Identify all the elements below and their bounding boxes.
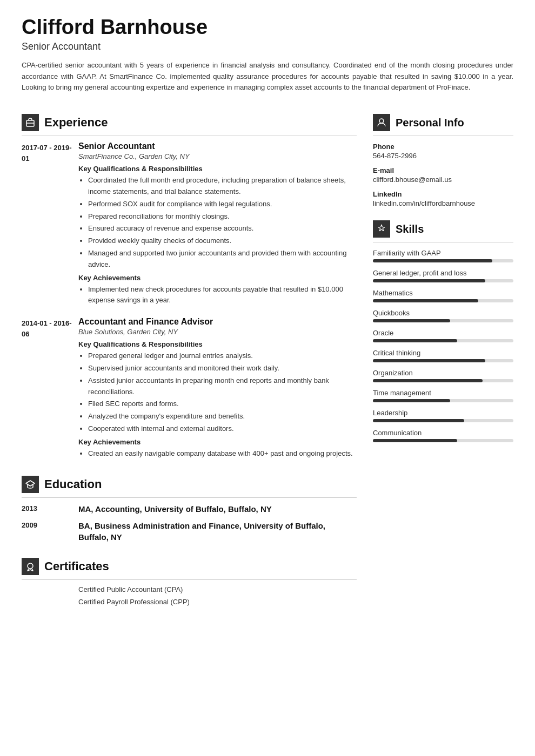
exp-content-1: Senior Accountant SmartFinance Co., Gard…	[78, 141, 357, 307]
skill-bar-bg-6	[373, 379, 513, 382]
candidate-title: Senior Accountant	[22, 41, 513, 52]
education-section-header: Education	[22, 476, 357, 498]
resume-header: Clifford Barnhouse Senior Accountant CPA…	[22, 16, 513, 93]
info-email: E-mail clifford.bhouse@email.us	[373, 166, 513, 184]
exp-qual-heading-1: Key Qualifications & Responsibilities	[78, 165, 357, 173]
skill-bar-bg-4	[373, 339, 513, 342]
skill-item-8: Leadership	[373, 409, 513, 422]
info-email-label: E-mail	[373, 166, 513, 174]
skill-bar-fill-7	[373, 399, 450, 402]
certificates-icon	[22, 558, 39, 575]
certificate-text-1: Certified Public Accountant (CPA)	[78, 585, 357, 593]
exp-dates-2: 2014-01 - 2016-06	[22, 317, 78, 460]
list-item: Prepared general ledger and journal entr…	[88, 350, 357, 362]
skill-bar-bg-5	[373, 359, 513, 362]
info-linkedin-label: LinkedIn	[373, 190, 513, 198]
exp-qualifications-2: Prepared general ledger and journal entr…	[78, 350, 357, 435]
edu-degree-2: BA, Business Administration and Finance,…	[78, 520, 357, 543]
list-item: Provided weekly quality checks of docume…	[88, 235, 357, 247]
skill-bar-bg-8	[373, 419, 513, 422]
skill-item-4: Oracle	[373, 329, 513, 342]
skill-bar-bg-9	[373, 439, 513, 442]
exp-ach-heading-1: Key Achievements	[78, 274, 357, 282]
svg-point-3	[379, 119, 384, 123]
skills-section: Skills Familiarity with GAAP General led…	[373, 220, 513, 442]
exp-job-title-2: Accountant and Finance Advisor	[78, 317, 357, 327]
experience-section: Experience 2017-07 - 2019-01 Senior Acco…	[22, 114, 357, 460]
info-phone: Phone 564-875-2996	[373, 143, 513, 160]
experience-icon	[22, 114, 39, 131]
skill-bar-fill-6	[373, 379, 483, 382]
certificates-section-header: Certificates	[22, 558, 357, 580]
skill-name-4: Oracle	[373, 329, 513, 337]
skills-title: Skills	[396, 223, 424, 235]
experience-entry-2: 2014-01 - 2016-06 Accountant and Finance…	[22, 317, 357, 460]
exp-company-2: Blue Solutions, Garden City, NY	[78, 328, 357, 336]
skill-bar-fill-3	[373, 319, 450, 322]
education-section: Education 2013 MA, Accounting, Universit…	[22, 476, 357, 543]
skill-name-5: Critical thinking	[373, 349, 513, 357]
svg-point-2	[28, 563, 33, 569]
skill-bar-bg-3	[373, 319, 513, 322]
skill-name-0: Familiarity with GAAP	[373, 249, 513, 257]
personal-info-section: Personal Info Phone 564-875-2996 E-mail …	[373, 114, 513, 207]
skill-bar-fill-4	[373, 339, 457, 342]
skills-list: Familiarity with GAAP General ledger, pr…	[373, 249, 513, 442]
exp-job-title-1: Senior Accountant	[78, 141, 357, 151]
edu-degree-1: MA, Accounting, University of Buffalo, B…	[78, 503, 357, 515]
skill-name-3: Quickbooks	[373, 309, 513, 317]
skills-icon	[373, 220, 390, 238]
list-item: Cooperated with internal and external au…	[88, 423, 357, 435]
personal-info-icon	[373, 114, 390, 131]
exp-dates-1: 2017-07 - 2019-01	[22, 141, 78, 307]
skill-bar-bg-2	[373, 299, 513, 302]
skill-item-3: Quickbooks	[373, 309, 513, 322]
experience-title: Experience	[44, 116, 108, 130]
exp-achievements-1: Implemented new check procedures for acc…	[78, 284, 357, 307]
skill-name-7: Time management	[373, 389, 513, 397]
skill-bar-fill-5	[373, 359, 485, 362]
exp-content-2: Accountant and Finance Advisor Blue Solu…	[78, 317, 357, 460]
edu-year-1: 2013	[22, 503, 78, 515]
info-email-value: clifford.bhouse@email.us	[373, 176, 513, 184]
experience-section-header: Experience	[22, 114, 357, 136]
skill-item-5: Critical thinking	[373, 349, 513, 362]
skill-bar-fill-0	[373, 259, 492, 262]
info-phone-label: Phone	[373, 143, 513, 151]
skill-bar-fill-8	[373, 419, 464, 422]
exp-qual-heading-2: Key Qualifications & Responsibilities	[78, 340, 357, 348]
certificates-section: Certificates Certified Public Accountant…	[22, 558, 357, 606]
certificates-title: Certificates	[44, 559, 109, 573]
list-item: Analyzed the company's expenditure and b…	[88, 411, 357, 422]
list-item: Prepared reconciliations for monthly clo…	[88, 211, 357, 222]
exp-achievements-2: Created an easily navigable company data…	[78, 448, 357, 460]
skill-item-1: General ledger, profit and loss	[373, 269, 513, 282]
left-column: Experience 2017-07 - 2019-01 Senior Acco…	[22, 114, 357, 620]
list-item: Supervised junior accountants and monito…	[88, 363, 357, 374]
skill-bar-bg-7	[373, 399, 513, 402]
list-item: Filed SEC reports and forms.	[88, 399, 357, 410]
list-item: Implemented new check procedures for acc…	[88, 284, 357, 307]
skill-name-8: Leadership	[373, 409, 513, 417]
list-item: Coordinated the full month end procedure…	[88, 175, 357, 198]
exp-qualifications-1: Coordinated the full month end procedure…	[78, 175, 357, 270]
list-item: Managed and supported two junior account…	[88, 248, 357, 271]
list-item: Performed SOX audit for compliance with …	[88, 199, 357, 210]
list-item: Assisted junior accountants in preparing…	[88, 375, 357, 398]
exp-company-1: SmartFinance Co., Garden City, NY	[78, 152, 357, 160]
info-linkedin: LinkedIn linkedin.com/in/cliffordbarnhou…	[373, 190, 513, 207]
certificate-entry-2: Certified Payroll Professional (CPP)	[22, 598, 357, 606]
skill-bar-bg-1	[373, 279, 513, 282]
skills-header: Skills	[373, 220, 513, 242]
info-linkedin-value: linkedin.com/in/cliffordbarnhouse	[373, 199, 513, 207]
right-column: Personal Info Phone 564-875-2996 E-mail …	[373, 114, 513, 620]
education-entry-2: 2009 BA, Business Administration and Fin…	[22, 520, 357, 543]
skill-item-2: Mathematics	[373, 289, 513, 302]
skill-bar-bg-0	[373, 259, 513, 262]
skill-bar-fill-1	[373, 279, 485, 282]
skill-item-9: Communication	[373, 429, 513, 442]
skill-name-2: Mathematics	[373, 289, 513, 297]
skill-bar-fill-9	[373, 439, 457, 442]
skill-name-1: General ledger, profit and loss	[373, 269, 513, 277]
certificate-entry-1: Certified Public Accountant (CPA)	[22, 585, 357, 593]
